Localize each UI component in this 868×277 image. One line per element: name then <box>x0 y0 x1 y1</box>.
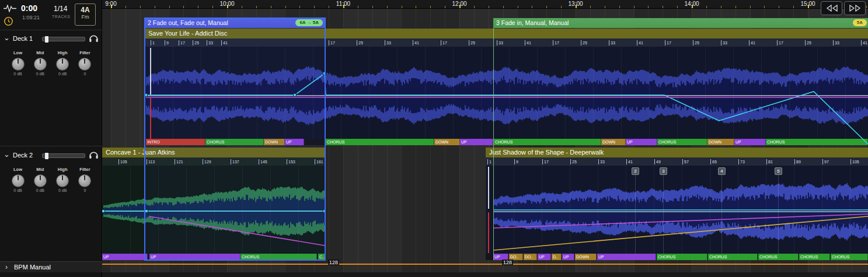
segment-down[interactable]: DOWN <box>707 139 734 145</box>
expand-chevron-icon[interactable]: › <box>5 263 8 271</box>
track-deck1-save-your-life[interactable]: Save Your Life - Addict Disc 19172533411… <box>145 29 868 145</box>
beat-number: 33 <box>497 40 503 45</box>
deck1-eq: Low0 dBMid0 dBHigh0 dBFilter0 <box>8 50 95 76</box>
waveform[interactable] <box>486 166 868 254</box>
segment-do[interactable]: DO.. <box>524 254 537 260</box>
beat-number: 25 <box>805 40 811 45</box>
skip-next-button[interactable] <box>844 1 866 15</box>
ruler-tick <box>430 6 431 8</box>
beat-number: 41 <box>221 40 228 45</box>
slider-handle[interactable] <box>45 36 48 43</box>
headphones-icon[interactable] <box>89 34 99 43</box>
cue-marker[interactable]: 2 <box>632 167 639 175</box>
waveform[interactable] <box>145 47 868 139</box>
cue-marker[interactable]: 3 <box>660 167 667 175</box>
eq-label: Mid <box>30 50 50 55</box>
ruler-hour-label: 13:00 <box>568 1 583 7</box>
ruler-hour-label: 15:00 <box>800 1 815 7</box>
bpm-lane-label: BPM Manual <box>14 264 51 271</box>
ruler-tick <box>271 6 271 8</box>
ruler-tick <box>140 6 141 8</box>
deck2-volume-slider[interactable] <box>42 153 85 158</box>
segment-up[interactable]: UP <box>149 254 240 260</box>
ruler-tick <box>735 6 736 8</box>
eq-knob-low[interactable] <box>12 58 25 71</box>
cue-marker[interactable]: 4 <box>718 167 726 175</box>
segment-chorus[interactable]: CHORUS <box>831 254 868 260</box>
track-deck2-just-shadow[interactable]: Just Shadow of the Shape - Deeperwalk 19… <box>486 148 868 260</box>
segment-intro[interactable]: INTRO <box>146 139 205 145</box>
segment-up[interactable]: UP <box>597 254 656 260</box>
collapse-chevron-icon[interactable]: ⌄ <box>4 33 10 42</box>
segment-up[interactable]: UP <box>538 254 551 260</box>
transition-block-fade-out[interactable]: 2 Fade out, Fade out, Manual 6A → 5A <box>145 18 326 28</box>
transition-block-fade-in[interactable]: 3 Fade in, Manual, Manual 5A <box>493 18 868 28</box>
collapse-chevron-icon[interactable]: ⌄ <box>4 150 10 159</box>
time-ruler[interactable]: 9:0010:0011:0012:0013:0014:0015:00 <box>102 0 868 9</box>
track-title-bar[interactable]: Save Your Life - Addict Disc <box>145 29 868 38</box>
ruler-tick <box>532 6 532 8</box>
eq-knob-filter[interactable] <box>78 58 91 71</box>
waveform[interactable] <box>102 166 326 254</box>
beat-number: 33 <box>598 159 605 164</box>
beat-number: 33 <box>721 40 727 45</box>
eq-value: 0 dB <box>8 188 28 192</box>
ruler-tick <box>663 6 663 8</box>
segment-up[interactable]: UP <box>626 139 657 145</box>
segment-bar: UPUPCHORUSC.. <box>102 254 326 260</box>
segment-chorus[interactable]: CHORUS <box>657 139 707 145</box>
segment-up[interactable]: UP <box>285 139 304 145</box>
ruler-hour-label: 11:00 <box>336 1 350 7</box>
segment-up[interactable]: UP <box>102 254 148 260</box>
segment-c[interactable]: C.. <box>318 254 326 260</box>
bpm-value: 128 <box>328 260 339 265</box>
eq-label: Low <box>8 167 28 172</box>
eq-label: Low <box>8 50 28 55</box>
segment-down[interactable]: DOWN <box>434 139 460 145</box>
bpm-lane-header[interactable]: › BPM Manual <box>0 261 102 272</box>
track-deck2-concave-1[interactable]: Concave 1 - Juan Atkins 1051131211291371… <box>102 148 326 260</box>
eq-knob-mid[interactable] <box>34 58 47 71</box>
beat-number: 41 <box>413 40 419 45</box>
cue-marker[interactable]: 5 <box>775 167 782 175</box>
deck1-volume-slider[interactable] <box>42 37 85 41</box>
ruler-tick <box>561 6 562 8</box>
eq-knob-mid[interactable] <box>34 174 47 187</box>
segment-d[interactable]: D.. <box>552 254 562 260</box>
eq-knob-filter[interactable] <box>78 174 91 187</box>
ruler-tick <box>503 6 504 8</box>
eq-value: 0 dB <box>53 72 73 76</box>
segment-down[interactable]: DOWN <box>264 139 285 145</box>
segment-chorus[interactable]: CHORUS <box>758 254 799 260</box>
beat-number: 17 <box>542 159 549 164</box>
segment-chorus[interactable]: CHORUS <box>766 139 868 145</box>
beat-number: 113 <box>147 159 155 164</box>
segment-chorus[interactable]: CHORUS <box>708 254 758 260</box>
track-title-bar[interactable]: Just Shadow of the Shape - Deeperwalk <box>486 148 868 157</box>
segment-chorus[interactable]: CHORUS <box>494 139 601 145</box>
track-title-bar[interactable]: Concave 1 - Juan Atkins <box>102 148 326 157</box>
segment-chorus[interactable]: CHORUS <box>240 254 317 260</box>
segment-up[interactable]: UP <box>460 139 493 145</box>
eq-knob-low[interactable] <box>12 174 25 187</box>
eq-knob-high[interactable] <box>56 174 69 187</box>
segment-up[interactable]: UP <box>562 254 574 260</box>
segment-down[interactable]: DOWN <box>575 254 597 260</box>
ruler-tick <box>793 6 794 8</box>
segment-chorus[interactable]: CHORUS <box>657 254 707 260</box>
ruler-tick <box>242 6 242 8</box>
segment-chorus[interactable]: CHORUS <box>205 139 264 145</box>
headphones-icon[interactable] <box>89 150 99 159</box>
beat-number: 17 <box>553 40 559 45</box>
beat-number: 17 <box>665 40 671 45</box>
segment-up[interactable]: UP <box>734 139 766 145</box>
eq-knob-high[interactable] <box>56 58 69 71</box>
segment-down[interactable]: DOWN <box>601 139 626 145</box>
ruler-tick <box>474 6 475 8</box>
eq-label: Mid <box>30 167 50 172</box>
segment-chorus[interactable]: CHORUS <box>799 254 830 260</box>
ruler-tick <box>372 6 373 8</box>
skip-previous-button[interactable] <box>821 1 842 15</box>
slider-handle[interactable] <box>45 153 48 159</box>
segment-chorus[interactable]: CHORUS <box>326 139 434 145</box>
